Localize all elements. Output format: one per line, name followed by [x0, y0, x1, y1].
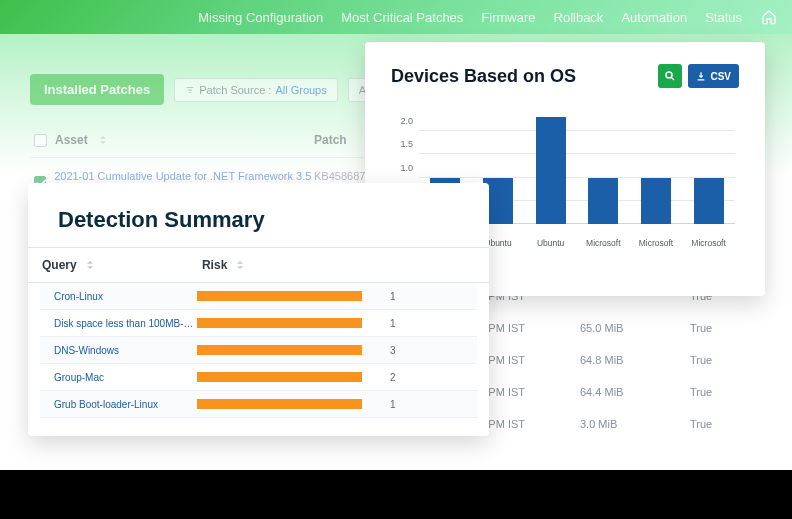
x-label: Microsoft: [635, 238, 677, 248]
filter-value: All Groups: [275, 84, 326, 96]
col-risk[interactable]: Risk: [202, 258, 227, 272]
nav-automation[interactable]: Automation: [621, 10, 687, 25]
detection-panel: Detection Summary Query Risk Cron-Linux …: [28, 183, 489, 436]
col-query[interactable]: Query: [42, 258, 77, 272]
select-all-checkbox[interactable]: [34, 134, 47, 147]
svg-point-0: [666, 72, 672, 78]
col-asset[interactable]: Asset: [55, 133, 88, 147]
chart-search-button[interactable]: [658, 64, 682, 88]
nav-rollback[interactable]: Rollback: [554, 10, 604, 25]
detection-row[interactable]: DNS-Windows 3: [40, 337, 477, 364]
home-icon[interactable]: [760, 8, 778, 26]
bar[interactable]: [635, 178, 677, 224]
detection-row[interactable]: Cron-Linux 1: [40, 283, 477, 310]
detection-row[interactable]: Disk space less than 100MB-windows 1: [40, 310, 477, 337]
bg-row: :00 PM IST3.0 MiBTrue1: [470, 408, 762, 440]
nav-status[interactable]: Status: [705, 10, 742, 25]
risk-bar: [197, 345, 362, 355]
nav-missing-config[interactable]: Missing Configuration: [198, 10, 323, 25]
nav-firmware[interactable]: Firmware: [481, 10, 535, 25]
filter-patch-source[interactable]: Patch Source : All Groups: [174, 78, 338, 102]
tab-installed-patches[interactable]: Installed Patches: [30, 74, 164, 105]
query-name[interactable]: Disk space less than 100MB-windows: [40, 318, 197, 329]
bar[interactable]: [582, 178, 624, 224]
risk-bar: [197, 399, 362, 409]
count-value: 2: [372, 372, 477, 383]
bg-row: :00 PM IST64.8 MiBTrue1: [470, 344, 762, 376]
query-name[interactable]: DNS-Windows: [40, 345, 197, 356]
x-label: Ubuntu: [530, 238, 572, 248]
filter-label: Patch Source :: [199, 84, 271, 96]
sort-icon[interactable]: [233, 258, 247, 272]
bar[interactable]: [530, 117, 572, 224]
chart-title: Devices Based on OS: [391, 66, 576, 87]
x-label: Microsoft: [582, 238, 624, 248]
query-name[interactable]: Cron-Linux: [40, 291, 197, 302]
bg-data-rows: :00 PM ISTTrue:00 PM IST65.0 MiBTrue:00 …: [470, 280, 762, 440]
x-label: Microsoft: [688, 238, 730, 248]
count-value: 1: [372, 318, 477, 329]
sort-icon[interactable]: [83, 258, 97, 272]
y-tick: 1.0: [400, 163, 413, 173]
risk-bar: [197, 318, 362, 328]
app-stage: Missing Configuration Most Critical Patc…: [0, 0, 792, 470]
bg-row: :00 PM IST65.0 MiBTrue: [470, 312, 762, 344]
detection-row[interactable]: Group-Mac 2: [40, 364, 477, 391]
csv-label: CSV: [710, 71, 731, 82]
top-nav: Missing Configuration Most Critical Patc…: [0, 0, 792, 34]
risk-bar: [197, 291, 362, 301]
bg-row: :00 PM IST64.4 MiBTrue1: [470, 376, 762, 408]
detection-title: Detection Summary: [28, 207, 489, 247]
bar[interactable]: [688, 178, 730, 224]
y-tick: 2.0: [400, 116, 413, 126]
query-name[interactable]: Grub Boot-loader-Linux: [40, 399, 197, 410]
detection-row[interactable]: Grub Boot-loader-Linux 1: [40, 391, 477, 418]
count-value: 1: [372, 399, 477, 410]
sort-icon[interactable]: [96, 133, 110, 147]
y-tick: 1.5: [400, 139, 413, 149]
count-value: 3: [372, 345, 477, 356]
export-csv-button[interactable]: CSV: [688, 64, 739, 88]
nav-critical-patches[interactable]: Most Critical Patches: [341, 10, 463, 25]
count-value: 1: [372, 291, 477, 302]
query-name[interactable]: Group-Mac: [40, 372, 197, 383]
risk-bar: [197, 372, 362, 382]
